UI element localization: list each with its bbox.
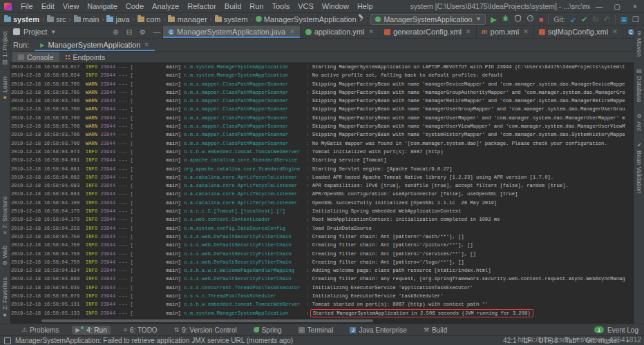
toolwindow-button-label: Spring bbox=[262, 326, 282, 334]
tool-strip-2-favorites[interactable]: ★2: Favorites bbox=[1, 272, 8, 324]
run-tab[interactable]: ▶ ManagerSystemApplication ✕ bbox=[35, 39, 155, 51]
toolwindow-button-4-run[interactable]: ▶4: Run bbox=[72, 326, 110, 335]
file-encoding[interactable]: UTF-8 bbox=[538, 337, 558, 344]
folder-icon bbox=[47, 17, 54, 22]
toolwindow-button-build[interactable]: ⚒Build bbox=[420, 326, 451, 335]
editor-tab-sqlMapConfig.xml[interactable]: sqlMapConfig.xml✕ bbox=[534, 26, 623, 38]
log-line: 2019-12-18 16:58:05.076 INFO 23944 --- [… bbox=[11, 292, 634, 300]
chevron-down-icon[interactable]: ▼ bbox=[50, 29, 56, 35]
collapse-all-icon[interactable]: ⊟ bbox=[124, 28, 134, 36]
toolwindow-toggle-icon[interactable] bbox=[4, 337, 11, 344]
tool-strip-7-structure[interactable]: ≡7: Structure bbox=[1, 191, 8, 239]
git-commit-icon[interactable]: ✔ bbox=[581, 14, 587, 25]
run-configuration-select[interactable]: ManagerSystemApplication ▼ bbox=[370, 14, 486, 25]
editor-tab-SecurityConfig.java[interactable]: CSecurityConfig.java✕ bbox=[623, 26, 634, 38]
debug-button[interactable] bbox=[502, 14, 509, 25]
run-button[interactable]: ▶ bbox=[491, 14, 496, 25]
menu-navigate[interactable]: Navigate bbox=[83, 1, 121, 11]
menu-window[interactable]: Window bbox=[318, 1, 353, 11]
tool-strip-learn[interactable]: ●Learn bbox=[1, 71, 8, 106]
tool-strip-1-project[interactable]: ▤1: Project bbox=[1, 26, 8, 71]
horizontal-scrollbar[interactable] bbox=[41, 319, 373, 322]
tool-strip-bean-validation[interactable]: ✔Bean Validation bbox=[636, 137, 643, 199]
highlighting-level-icon[interactable]: ◌ bbox=[636, 337, 640, 344]
settings-gear-icon[interactable]: ⚙ bbox=[138, 28, 148, 36]
git-update-icon[interactable]: ↙ bbox=[570, 14, 576, 25]
tool-strip-web[interactable]: ◍Web bbox=[1, 240, 8, 272]
menu-refactor[interactable]: Refactor bbox=[183, 1, 220, 11]
toolwindow-button-spring[interactable]: Spring bbox=[250, 326, 285, 335]
lock-icon[interactable]: ▪ bbox=[627, 337, 629, 344]
log-timestamp: 2019-12-18 16:58:03.706 bbox=[11, 106, 79, 112]
editor-tab-generatorConfig.xml[interactable]: generatorConfig.xml✕ bbox=[379, 26, 477, 38]
breadcrumb-item-manager[interactable]: manager bbox=[167, 15, 207, 23]
log-colon: : bbox=[303, 191, 312, 197]
close-tab-icon[interactable]: ✕ bbox=[368, 28, 374, 35]
breadcrumb-item-system[interactable]: system bbox=[214, 15, 249, 23]
class-file-icon: C bbox=[168, 29, 174, 35]
breadcrumb-item-src[interactable]: src bbox=[46, 15, 67, 23]
maximize-icon[interactable]: ▢ bbox=[608, 0, 626, 13]
project-structure-icon[interactable]: ▣ bbox=[621, 14, 627, 25]
menu-help[interactable]: Help bbox=[353, 1, 377, 11]
close-tab-icon[interactable]: ✕ bbox=[290, 28, 295, 35]
toolwindow-button-terminal[interactable]: ›Terminal bbox=[295, 326, 337, 335]
restore-layout-icon[interactable]: ❐ bbox=[632, 14, 639, 25]
console-log[interactable]: 2019-12-18 16:58:03.017 INFO 23944 --- [… bbox=[10, 63, 634, 319]
menu-edit[interactable]: Edit bbox=[37, 1, 59, 11]
toolwindow-button-9-version-control[interactable]: ⇅9: Version Control bbox=[171, 326, 240, 335]
close-tab-icon[interactable]: ✕ bbox=[466, 28, 471, 35]
breadcrumb-item-java[interactable]: java bbox=[106, 15, 130, 23]
menu-analyze[interactable]: Analyze bbox=[148, 1, 183, 11]
menu-build[interactable]: Build bbox=[220, 1, 245, 11]
indent-setting[interactable]: Tab* bbox=[565, 337, 579, 344]
navigation-bar: system›src›main›java›com›manager›system›… bbox=[0, 13, 644, 26]
menu-view[interactable]: View bbox=[59, 1, 84, 11]
main-toolbar: ManagerSystemApplication ▼ ▶ ■ Git: ↙ ✔ … bbox=[357, 14, 644, 25]
log-timestamp: 2019-12-18 16:58:03.024 bbox=[11, 72, 79, 78]
log-timestamp: 2019-12-18 16:58:04.750 bbox=[11, 251, 79, 257]
close-icon[interactable]: ✕ bbox=[144, 41, 149, 48]
event-log-widget[interactable]: 1 Event Log bbox=[594, 326, 638, 334]
tool-strip-maven[interactable]: mMaven bbox=[636, 26, 643, 62]
minimize-icon[interactable]: — bbox=[590, 0, 608, 13]
status-message[interactable]: ManagerSystemApplication: Failed to retr… bbox=[15, 337, 293, 344]
toolwindow-button-java-enterprise[interactable]: JJava Enterprise bbox=[346, 326, 410, 335]
breadcrumb-item-system[interactable]: system bbox=[3, 15, 40, 23]
close-tab-icon[interactable]: ✕ bbox=[523, 28, 529, 35]
build-hammer-icon[interactable] bbox=[357, 14, 366, 25]
close-tab-icon[interactable]: ✕ bbox=[612, 28, 618, 35]
toolwindow-button-problems[interactable]: ⚠Problems bbox=[18, 326, 62, 335]
stop-button[interactable]: ■ bbox=[539, 14, 544, 25]
profiler-button[interactable] bbox=[527, 14, 534, 25]
log-level: INFO bbox=[79, 293, 97, 299]
menu-run[interactable]: Run bbox=[245, 1, 267, 11]
tab-console[interactable]: Console bbox=[12, 52, 59, 62]
locate-file-icon[interactable]: ⊕ bbox=[111, 28, 120, 36]
caret-position[interactable]: 42:1 bbox=[503, 337, 516, 344]
breadcrumb-item-com[interactable]: com bbox=[137, 15, 162, 23]
line-ending[interactable]: LF bbox=[524, 337, 532, 344]
git-history-icon[interactable]: ↻ bbox=[592, 14, 598, 25]
breadcrumb-item-main[interactable]: main bbox=[73, 15, 100, 23]
menu-vcs[interactable]: VCS bbox=[294, 1, 318, 11]
git-rollback-icon[interactable]: ↶ bbox=[603, 14, 609, 25]
tool-strip-ant[interactable]: ⚙Ant bbox=[636, 108, 643, 137]
editor-tab-pom.xml[interactable]: mpom.xml✕ bbox=[477, 26, 534, 38]
git-branch[interactable]: Git: master bbox=[586, 337, 620, 344]
run-with-coverage-button[interactable] bbox=[514, 14, 522, 25]
toolwindow-button-6-todo[interactable]: ≡6: TODO bbox=[120, 326, 161, 335]
breadcrumb-item-managersystemapplication[interactable]: ManagerSystemApplication bbox=[255, 15, 357, 23]
tab-endpoints[interactable]: Endpoints bbox=[59, 52, 111, 62]
log-colon: : bbox=[303, 175, 312, 180]
project-panel-header[interactable]: Project ▼ ⊕ ⊟ ⚙ — bbox=[10, 26, 163, 38]
close-icon[interactable]: × bbox=[626, 0, 644, 13]
menu-code[interactable]: Code bbox=[122, 1, 148, 11]
editor-tab-ManagerSystemApplication.java[interactable]: CManagerSystemApplication.java✕ bbox=[163, 26, 301, 38]
menu-file[interactable]: File bbox=[17, 1, 37, 11]
log-level: INFO bbox=[79, 302, 97, 307]
hide-panel-icon[interactable]: — bbox=[151, 28, 162, 36]
menu-tools[interactable]: Tools bbox=[267, 1, 294, 11]
tool-strip-database[interactable]: ▤Database bbox=[636, 62, 643, 108]
editor-tab-application.yml[interactable]: application.yml✕ bbox=[301, 26, 379, 38]
